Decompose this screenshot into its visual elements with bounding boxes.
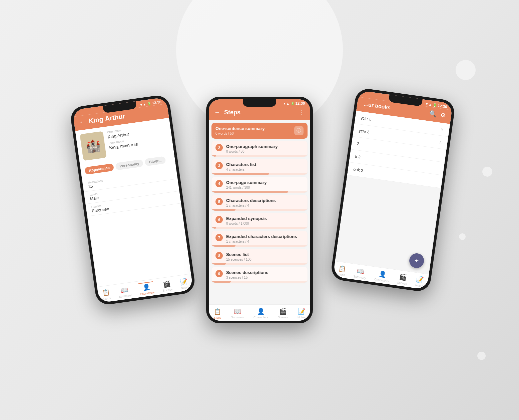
book-name-1: ycle 1	[360, 115, 371, 121]
book-name-4: k 2	[355, 154, 361, 159]
step-title-6: Expanded synopsis	[226, 216, 304, 221]
status-icons-center: ▼▲ 🔋 12:30	[283, 101, 305, 105]
phone-right: ▼▲ 🔋 12:30 ...ur books 🔍 ⚙ ycle 1 ∨ ycle…	[330, 87, 456, 293]
nav-characters-left[interactable]: 👤 Characters	[138, 281, 155, 296]
notes-label-left: Notes	[180, 285, 189, 290]
step-sub-1: 0 words / 50	[215, 132, 291, 135]
characters-label-left: Characters	[140, 291, 155, 296]
scenes-icon-center: 🎬	[279, 308, 287, 315]
notes-label-right: Notes	[415, 283, 423, 288]
steps-icon-left: 📋	[102, 288, 110, 297]
bg-circle-right-4	[477, 352, 486, 360]
step-content-1: One-sentence summary 0 words / 50	[215, 126, 291, 135]
center-header: ← Steps ⋮	[209, 106, 310, 120]
nav-notes-left[interactable]: 📝 Notes	[179, 278, 189, 290]
nav-summary-right[interactable]: 📖 Summary	[353, 267, 368, 280]
step-item-5[interactable]: 5 Characters descriptions 1 characters /…	[211, 195, 308, 211]
scenes-icon-right: 🎬	[399, 273, 407, 281]
characters-icon-left: 👤	[142, 283, 150, 291]
step-sub-3: 4 characters	[226, 168, 304, 171]
nav-scenes-center[interactable]: 🎬 Scenes	[278, 308, 288, 319]
nav-steps-left[interactable]: 📋 Steps	[102, 288, 111, 301]
step-title-7: Expanded characters descriptions	[226, 234, 304, 239]
step-item-2[interactable]: 2 One-paragraph summary 0 words / 50	[211, 141, 308, 157]
characters-label-right: Characters	[374, 278, 389, 283]
step-content-3: Characters list 4 characters	[226, 162, 304, 171]
scenes-label-left: Scenes	[162, 288, 173, 292]
nav-scenes-left[interactable]: 🎬 Scenes	[161, 280, 173, 292]
avatar-image: 🏰	[85, 138, 101, 154]
step-content-5: Characters descriptions 1 characters / 4	[226, 198, 304, 207]
steps-list: One-sentence summary 0 words / 50 ⓘ 2 On…	[209, 120, 310, 304]
steps-label-left: Steps	[103, 296, 111, 301]
steps-label-right: Steps	[337, 272, 345, 277]
nav-characters-center[interactable]: 👤 Characters	[253, 308, 268, 319]
bg-circle-right-1	[456, 60, 476, 80]
step-sub-7: 1 characters / 4	[226, 240, 304, 243]
step-item-7[interactable]: 7 Expanded characters descriptions 1 cha…	[211, 231, 308, 247]
settings-icon-right[interactable]: ⚙	[440, 111, 446, 119]
nav-summary-center[interactable]: 📖 Summary	[231, 308, 244, 319]
step-sub-6: 0 words / 1 000	[226, 222, 304, 225]
step-sub-8: 15 scences / 100	[226, 258, 304, 261]
signal-icon-left: ▼▲	[139, 102, 146, 107]
step-item-9[interactable]: 9 Scenes descriptions 3 scences / 15	[211, 267, 308, 283]
screen-right: ▼▲ 🔋 12:30 ...ur books 🔍 ⚙ ycle 1 ∨ ycle…	[333, 90, 453, 290]
center-title: Steps	[224, 109, 295, 116]
back-icon-left[interactable]: ←	[79, 118, 86, 126]
step-title-4: One-page summary	[226, 180, 304, 185]
step-item-1[interactable]: One-sentence summary 0 words / 50 ⓘ	[211, 123, 308, 139]
signal-icon-right: ▼▲	[425, 102, 432, 107]
nav-steps-right[interactable]: 📋 Steps	[337, 265, 347, 277]
step-item-6[interactable]: 6 Expanded synopsis 0 words / 1 000	[211, 213, 308, 229]
step-number-9: 9	[215, 270, 223, 277]
screen-center: ▼▲ 🔋 12:30 ← Steps ⋮ One-sentence summar…	[209, 99, 310, 321]
step-item-3[interactable]: 3 Characters list 4 characters	[211, 159, 308, 175]
character-fields: Motivations 25 Goals Male Conflict Europ…	[82, 165, 191, 287]
tab-biography[interactable]: Biogr...	[145, 156, 166, 166]
summary-icon-right: 📖	[356, 267, 365, 275]
step-title-9: Scenes descriptions	[226, 270, 304, 275]
notes-label-center: Notes	[298, 316, 306, 319]
search-icon-right[interactable]: 🔍	[429, 110, 437, 118]
nav-notes-right[interactable]: 📝 Notes	[415, 275, 424, 288]
nav-summary-left[interactable]: 📖 Summary	[117, 286, 132, 299]
step-title-5: Characters descriptions	[226, 198, 304, 203]
step-content-7: Expanded characters descriptions 1 chara…	[226, 234, 304, 243]
summary-icon-left: 📖	[120, 286, 129, 294]
step-content-4: One-page summary 241 words / 300	[226, 180, 304, 189]
characters-icon-center: 👤	[257, 308, 265, 315]
menu-icon-center[interactable]: ⋮	[299, 109, 305, 116]
nav-notes-center[interactable]: 📝 Notes	[298, 308, 306, 319]
step-item-4[interactable]: 4 One-page summary 241 words / 300	[211, 177, 308, 193]
nav-steps-center[interactable]: 📋 Steps	[213, 307, 221, 319]
step-sub-5: 1 characters / 4	[226, 204, 304, 207]
scenes-label-center: Scenes	[278, 316, 288, 319]
info-icon-1[interactable]: ⓘ	[294, 126, 304, 135]
tab-personality[interactable]: Personality	[115, 159, 144, 170]
step-title-3: Characters list	[226, 162, 304, 167]
step-content-9: Scenes descriptions 3 scences / 15	[226, 270, 304, 279]
step-item-8[interactable]: 8 Scenes list 15 scences / 100	[211, 249, 308, 265]
summary-icon-center: 📖	[234, 308, 241, 315]
nav-characters-right[interactable]: 👤 Characters	[374, 270, 390, 283]
step-number-3: 3	[215, 162, 223, 169]
book-name-2: ycle 2	[359, 128, 370, 134]
book-chevron-1: ∨	[441, 127, 444, 132]
step-content-6: Expanded synopsis 0 words / 1 000	[226, 216, 304, 225]
step-sub-9: 3 scences / 15	[226, 276, 304, 279]
nav-scenes-right[interactable]: 🎬 Scenes	[397, 273, 408, 286]
step-number-4: 4	[215, 180, 223, 187]
scenes-label-right: Scenes	[397, 281, 407, 285]
summary-label-right: Summary	[353, 275, 367, 280]
back-icon-center[interactable]: ←	[214, 109, 220, 116]
book-name-5: ook 2	[353, 167, 364, 173]
step-sub-2: 0 words / 50	[226, 150, 304, 153]
book-chevron-2: ∧	[439, 140, 442, 145]
phone-center: ▼▲ 🔋 12:30 ← Steps ⋮ One-sentence summar…	[206, 97, 313, 323]
step-content-8: Scenes list 15 scences / 100	[226, 252, 304, 261]
tab-appearance[interactable]: Appearance	[84, 163, 114, 175]
battery-icon-right: 🔋	[433, 103, 437, 107]
battery-icon-center: 🔋	[291, 102, 295, 105]
book-name-3: 2	[357, 141, 360, 146]
